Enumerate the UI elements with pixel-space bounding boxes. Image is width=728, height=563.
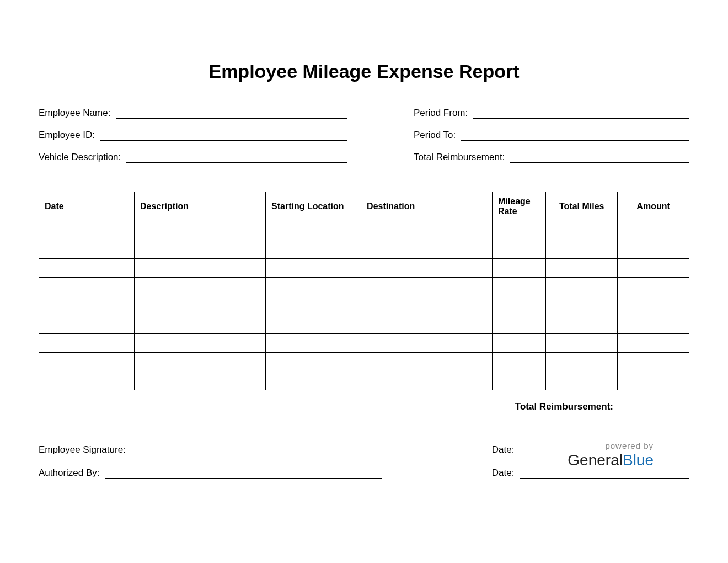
th-date: Date (39, 192, 135, 221)
table-cell[interactable] (135, 296, 266, 315)
table-cell[interactable] (135, 221, 266, 240)
input-employee-name[interactable] (116, 107, 347, 119)
table-cell[interactable] (361, 296, 493, 315)
table-cell[interactable] (618, 278, 689, 296)
label-sig-date-1: Date: (492, 444, 520, 455)
table-cell[interactable] (493, 315, 546, 334)
table-cell[interactable] (361, 371, 493, 390)
table-cell[interactable] (39, 240, 135, 259)
table-cell[interactable] (546, 371, 618, 390)
table-cell[interactable] (493, 240, 546, 259)
table-cell[interactable] (39, 315, 135, 334)
input-vehicle-description[interactable] (126, 151, 347, 163)
table-cell[interactable] (266, 334, 361, 353)
table-cell[interactable] (266, 371, 361, 390)
table-cell[interactable] (39, 221, 135, 240)
table-cell[interactable] (618, 296, 689, 315)
table-cell[interactable] (361, 240, 493, 259)
table-cell[interactable] (39, 278, 135, 296)
table-cell[interactable] (546, 353, 618, 371)
table-cell[interactable] (266, 315, 361, 334)
label-employee-name: Employee Name: (39, 108, 116, 119)
table-cell[interactable] (39, 259, 135, 278)
table-cell[interactable] (546, 334, 618, 353)
label-period-from: Period From: (414, 108, 473, 119)
table-cell[interactable] (546, 278, 618, 296)
table-cell[interactable] (266, 296, 361, 315)
table-row (39, 353, 689, 371)
table-cell[interactable] (39, 353, 135, 371)
table-cell[interactable] (135, 353, 266, 371)
table-cell[interactable] (618, 334, 689, 353)
table-cell[interactable] (546, 221, 618, 240)
label-employee-signature: Employee Signature: (39, 444, 131, 455)
table-cell[interactable] (361, 259, 493, 278)
total-reimbursement-bottom: Total Reimbursement: (39, 400, 689, 412)
field-authorized-by: Authorized By: (39, 463, 382, 479)
table-cell[interactable] (618, 353, 689, 371)
table-cell[interactable] (135, 240, 266, 259)
table-cell[interactable] (493, 296, 546, 315)
table-cell[interactable] (546, 259, 618, 278)
table-cell[interactable] (361, 315, 493, 334)
table-cell[interactable] (618, 221, 689, 240)
th-amount: Amount (618, 192, 689, 221)
table-cell[interactable] (39, 296, 135, 315)
powered-by-text: powered by (568, 441, 654, 450)
field-employee-signature: Employee Signature: (39, 440, 382, 455)
table-cell[interactable] (361, 334, 493, 353)
table-cell[interactable] (266, 278, 361, 296)
table-row (39, 221, 689, 240)
table-cell[interactable] (361, 221, 493, 240)
table-cell[interactable] (493, 371, 546, 390)
table-cell[interactable] (135, 259, 266, 278)
table-cell[interactable] (493, 221, 546, 240)
table-cell[interactable] (546, 296, 618, 315)
table-body (39, 221, 689, 390)
table-cell[interactable] (135, 278, 266, 296)
table-row (39, 240, 689, 259)
table-cell[interactable] (266, 240, 361, 259)
input-authorized-by[interactable] (105, 466, 382, 479)
table-cell[interactable] (266, 259, 361, 278)
table-cell[interactable] (546, 240, 618, 259)
table-cell[interactable] (135, 371, 266, 390)
table-cell[interactable] (493, 353, 546, 371)
input-employee-id[interactable] (100, 129, 347, 141)
input-period-to[interactable] (461, 129, 689, 141)
th-starting-location: Starting Location (266, 192, 361, 221)
input-total-reimbursement-top[interactable] (510, 151, 689, 163)
table-cell[interactable] (493, 278, 546, 296)
table-row (39, 315, 689, 334)
table-cell[interactable] (361, 353, 493, 371)
th-description: Description (135, 192, 266, 221)
table-cell[interactable] (266, 221, 361, 240)
table-cell[interactable] (361, 278, 493, 296)
label-authorized-by: Authorized By: (39, 468, 105, 479)
input-employee-signature[interactable] (131, 443, 382, 455)
table-cell[interactable] (135, 334, 266, 353)
table-cell[interactable] (618, 259, 689, 278)
table-row (39, 334, 689, 353)
input-period-from[interactable] (473, 107, 689, 119)
info-col-left: Employee Name: Employee ID: Vehicle Desc… (39, 103, 347, 169)
table-cell[interactable] (618, 371, 689, 390)
table-header-row: Date Description Starting Location Desti… (39, 192, 689, 221)
table-cell[interactable] (266, 353, 361, 371)
brand-general: General (568, 452, 623, 469)
input-total-reimbursement-bottom[interactable] (618, 400, 689, 412)
label-vehicle-description: Vehicle Description: (39, 152, 126, 163)
footer-brand: powered by GeneralBlue (568, 441, 654, 469)
label-total-reimbursement-top: Total Reimbursement: (414, 152, 510, 163)
table-cell[interactable] (546, 315, 618, 334)
table-cell[interactable] (618, 315, 689, 334)
table-cell[interactable] (39, 371, 135, 390)
table-cell[interactable] (493, 259, 546, 278)
field-total-reimbursement-top: Total Reimbursement: (381, 147, 689, 163)
table-cell[interactable] (135, 315, 266, 334)
brand-blue: Blue (623, 452, 654, 469)
table-cell[interactable] (39, 334, 135, 353)
table-cell[interactable] (618, 240, 689, 259)
page-title: Employee Mileage Expense Report (39, 61, 689, 82)
table-cell[interactable] (493, 334, 546, 353)
